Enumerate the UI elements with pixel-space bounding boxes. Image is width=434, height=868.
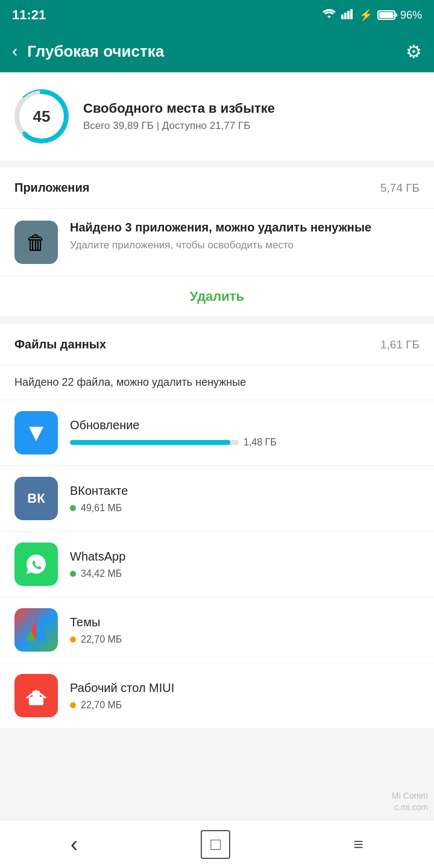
file-info: ВКонтакте 49,61 МБ (70, 484, 420, 514)
watermark: Mi Comm c.mi.com (392, 790, 428, 814)
file-item[interactable]: Рабочий стол MIUI 22,70 МБ (0, 663, 434, 729)
svg-rect-0 (341, 14, 344, 19)
battery-percent: 96% (400, 9, 422, 22)
toolbar-left: ‹ Глубокая очистка (12, 42, 164, 61)
file-size: 1,48 ГБ (244, 437, 277, 448)
app-suggestion-card: 🗑 Найдено 3 приложения, можно удалить не… (0, 209, 434, 277)
storage-headline: Свободного места в избытке (83, 101, 275, 116)
file-name: Рабочий стол MIUI (70, 681, 420, 695)
file-icon (14, 608, 58, 652)
nav-back-button[interactable]: ‹ (52, 826, 96, 863)
data-files-header: Файлы данных 1,61 ГБ (0, 324, 434, 365)
dot-indicator (70, 505, 76, 511)
watermark-line2: c.mi.com (392, 802, 428, 814)
storage-detail: Всего 39,89 ГБ | Доступно 21,77 ГБ (83, 120, 275, 132)
file-size: 34,42 МБ (81, 568, 122, 579)
data-files-section: Файлы данных 1,61 ГБ Найдено 22 файла, м… (0, 324, 434, 729)
dot-indicator (70, 637, 76, 643)
svg-rect-6 (395, 13, 397, 17)
file-icon (14, 411, 58, 454)
trash-icon: 🗑 (26, 231, 46, 254)
circle-progress: 45 (14, 89, 69, 143)
apps-section: Приложения 5,74 ГБ 🗑 Найдено 3 приложени… (0, 168, 434, 317)
file-icon (14, 674, 58, 717)
file-icon: ВК (14, 477, 58, 520)
apps-section-header: Приложения 5,74 ГБ (0, 168, 434, 209)
app-found-text: Найдено 3 приложения, можно удалить нену… (70, 221, 371, 234)
watermark-line1: Mi Comm (392, 790, 428, 802)
storage-info: Свободного места в избытке Всего 39,89 Г… (83, 101, 275, 132)
back-button[interactable]: ‹ (12, 42, 17, 61)
delete-btn-row: Удалить (0, 277, 434, 317)
dot-indicator (70, 702, 76, 708)
toolbar: ‹ Глубокая очистка ⚙ (0, 30, 434, 72)
bottom-nav: ‹ □ ≡ (0, 820, 434, 868)
svg-rect-3 (350, 9, 353, 19)
status-bar: 11:21 ⚡ 96% (0, 0, 434, 30)
data-files-title: Файлы данных (14, 338, 106, 351)
storage-card: 45 Свободного места в избытке Всего 39,8… (0, 72, 434, 160)
app-sub-text: Удалите приложения, чтобы освободить мес… (70, 239, 371, 251)
wifi-icon (322, 8, 336, 22)
status-icons: ⚡ 96% (322, 8, 422, 22)
delete-apps-button[interactable]: Удалить (190, 289, 244, 304)
found-files-text: Найдено 22 файла, можно удалить ненужные (0, 365, 434, 400)
data-files-size: 1,61 ГБ (380, 338, 420, 351)
svg-marker-9 (29, 427, 43, 441)
file-info: Рабочий стол MIUI 22,70 МБ (70, 681, 420, 711)
file-size-row: 22,70 МБ (70, 634, 420, 645)
file-size: 22,70 МБ (81, 634, 122, 645)
svg-rect-5 (379, 12, 394, 18)
file-name: Обновление (70, 418, 420, 432)
battery-container: 96% (377, 9, 422, 22)
file-item[interactable]: WhatsApp 34,42 МБ (0, 532, 434, 597)
bolt-icon: ⚡ (359, 8, 373, 22)
status-time: 11:21 (12, 7, 46, 23)
progress-bar (70, 440, 239, 445)
file-name: WhatsApp (70, 550, 420, 564)
apps-section-size: 5,74 ГБ (380, 181, 420, 195)
file-info: Темы 22,70 МБ (70, 615, 420, 645)
file-size: 49,61 МБ (81, 503, 122, 514)
progress-ring (14, 89, 69, 143)
app-suggestion-text: Найдено 3 приложения, можно удалить нену… (70, 221, 371, 251)
svg-rect-1 (344, 13, 347, 19)
file-name: ВКонтакте (70, 484, 420, 498)
signal-icon (341, 8, 354, 22)
file-item[interactable]: Темы 22,70 МБ (0, 597, 434, 663)
file-item[interactable]: ВК ВКонтакте 49,61 МБ (0, 466, 434, 532)
svg-rect-2 (347, 11, 350, 19)
settings-icon[interactable]: ⚙ (406, 41, 422, 62)
file-size-row: 1,48 ГБ (70, 437, 420, 448)
nav-home-button[interactable]: □ (201, 830, 230, 859)
nav-menu-button[interactable]: ≡ (336, 829, 382, 860)
file-list: Обновление 1,48 ГБ ВК ВКонтакте 49,61 МБ… (0, 400, 434, 729)
file-name: Темы (70, 615, 420, 629)
file-size-row: 34,42 МБ (70, 568, 420, 579)
file-size: 22,70 МБ (81, 700, 122, 711)
file-info: WhatsApp 34,42 МБ (70, 550, 420, 579)
progress-fill (70, 440, 230, 445)
file-info: Обновление 1,48 ГБ (70, 418, 420, 448)
app-suggestion-icon: 🗑 (14, 221, 58, 264)
file-size-row: 49,61 МБ (70, 503, 420, 514)
file-item[interactable]: Обновление 1,48 ГБ (0, 400, 434, 466)
file-icon (14, 542, 58, 586)
file-size-row: 22,70 МБ (70, 700, 420, 711)
svg-rect-13 (29, 697, 43, 705)
page-title: Глубокая очистка (27, 42, 164, 61)
apps-section-title: Приложения (14, 181, 89, 195)
dot-indicator (70, 571, 76, 577)
